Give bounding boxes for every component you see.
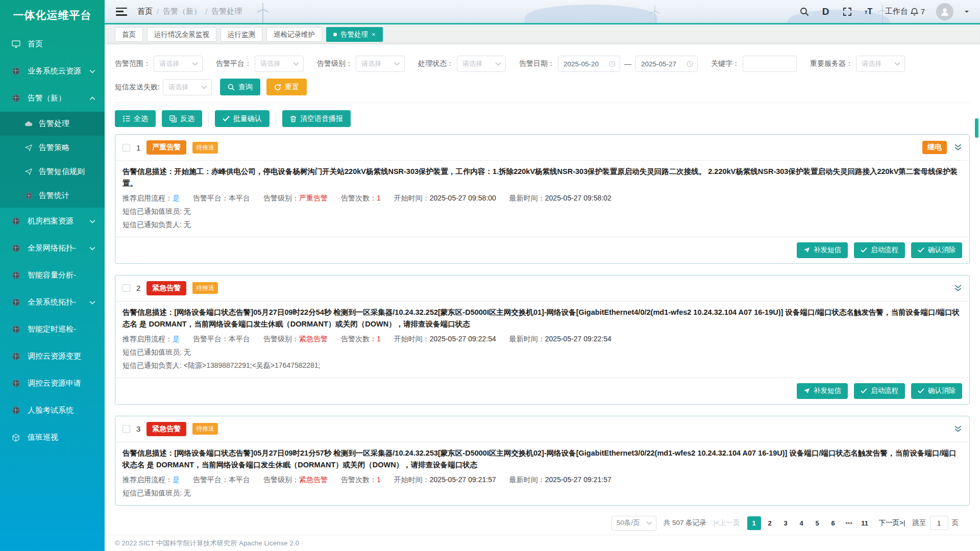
- bulk-toolbar: 全选 反选 批量确认 清空语音播报: [115, 103, 970, 134]
- date-from-input[interactable]: 2025-05-20: [558, 56, 620, 72]
- keyword-input[interactable]: [743, 56, 797, 72]
- sidebar-item-cloud-resource-apply[interactable]: 调控云资源申请: [0, 370, 105, 397]
- breadcrumb-alarm-new[interactable]: 告警（新）: [163, 7, 201, 16]
- sms-duty-row: 短信已通知值班员: 无: [122, 348, 962, 357]
- level-select[interactable]: 请选择: [356, 56, 405, 72]
- toolbar-divider: [276, 112, 276, 126]
- sidebar-item-capacity-analysis[interactable]: 智能容量分析-: [0, 262, 105, 289]
- page-2[interactable]: 2: [763, 516, 777, 530]
- bell-icon[interactable]: [911, 8, 918, 16]
- sphere-icon: [11, 325, 20, 334]
- expand-double-chevron-icon[interactable]: [954, 285, 962, 292]
- expand-double-chevron-icon[interactable]: [954, 144, 962, 151]
- expand-double-chevron-icon[interactable]: [954, 425, 962, 433]
- avatar[interactable]: [936, 3, 953, 20]
- next-page-button[interactable]: 下一页>|: [879, 518, 905, 528]
- sms-fail-select[interactable]: 请选择: [163, 79, 212, 95]
- page-3[interactable]: 3: [779, 516, 793, 530]
- search-button[interactable]: 查询: [220, 79, 260, 95]
- tab-run-monitor[interactable]: 运行监测: [220, 27, 262, 42]
- push-status-badge: 待推送: [192, 142, 218, 154]
- avatar-dropdown-caret[interactable]: [965, 11, 969, 15]
- clear-voice-broadcast-button[interactable]: 清空语音播报: [282, 110, 351, 127]
- page-5[interactable]: 5: [811, 516, 824, 530]
- start-flow-button[interactable]: 启动流程: [854, 242, 905, 258]
- search-icon[interactable]: [799, 7, 810, 17]
- sidebar-item-biz-cloud[interactable]: 业务系统云资源: [0, 58, 105, 85]
- workbench-link[interactable]: 工作台 7: [885, 7, 925, 16]
- tab-alarm-process[interactable]: 告警处理 ×: [326, 27, 383, 42]
- close-icon[interactable]: ×: [372, 31, 376, 38]
- chevron-down-icon: [192, 62, 198, 66]
- sidebar-item-scheduled-inspection[interactable]: 智能定时巡检-: [0, 316, 105, 343]
- page-jump: 跳至 页: [913, 516, 959, 530]
- sidebar-item-duty-patrol[interactable]: 值班巡视: [0, 424, 105, 451]
- sidebar-submenu-alarm: 告警处理 告警策略 告警短信规则 告警统计: [0, 112, 105, 208]
- sidebar-item-alarm-process[interactable]: 告警处理: [0, 112, 105, 136]
- alarm-card: 3 紧急告警 待推送 告警信息描述：[网络设备端口状态告警]05月27日09时2…: [115, 416, 970, 506]
- scope-select[interactable]: 请选择: [154, 56, 203, 72]
- sidebar-item-alarm-strategy[interactable]: 告警策略: [0, 136, 105, 160]
- sidebar-item-alarm-sms-rules[interactable]: 告警短信规则: [0, 160, 105, 184]
- page-size-select[interactable]: 50条/页: [611, 516, 656, 531]
- reset-button[interactable]: 重置: [266, 79, 307, 95]
- sidebar-item-system-topology[interactable]: 全景系统拓扑-: [0, 289, 105, 316]
- severity-badge: 紧急告警: [146, 422, 186, 436]
- tab-strip: 首页 运行情况全景监视 运行监测 巡检记录维护 告警处理 ×: [105, 24, 980, 44]
- jump-label-suffix: 页: [952, 518, 959, 528]
- prev-page-button[interactable]: |<上一页: [714, 518, 740, 528]
- resend-sms-button[interactable]: 补发短信: [797, 242, 848, 258]
- trash-icon: [290, 115, 297, 122]
- card-checkbox[interactable]: [122, 425, 130, 433]
- sidebar-item-label: 机房档案资源: [28, 216, 89, 226]
- invert-selection-button[interactable]: 反选: [162, 110, 202, 127]
- select-all-button[interactable]: 全选: [115, 110, 156, 127]
- card-checkbox[interactable]: [122, 144, 130, 152]
- sidebar-item-label: 告警（新）: [28, 93, 89, 103]
- status-select[interactable]: 请选择: [457, 56, 506, 72]
- tab-panorama-monitor[interactable]: 运行情况全景监视: [147, 27, 216, 42]
- count-value: 1: [377, 194, 381, 202]
- cloud-icon: [24, 120, 33, 128]
- filter-label-date: 告警日期：: [519, 59, 555, 68]
- check-icon: [861, 388, 867, 393]
- filter-label-server: 重要服务器：: [810, 59, 853, 68]
- server-select[interactable]: 请选择: [856, 56, 905, 72]
- filter-panel: 告警范围： 请选择 告警平台： 请选择 告警: [115, 44, 970, 99]
- chevron-down-icon: [89, 69, 95, 73]
- page-4[interactable]: 4: [795, 516, 808, 530]
- tab-inspection-records[interactable]: 巡检记录维护: [266, 27, 322, 42]
- sidebar-item-home[interactable]: 首页: [0, 31, 105, 58]
- filter-label-keyword: 关键字：: [711, 59, 740, 68]
- sidebar-item-network-topology[interactable]: 全景网络拓扑-: [0, 235, 105, 262]
- check-icon: [861, 247, 867, 253]
- card-checkbox[interactable]: [122, 284, 130, 292]
- sidebar-item-cloud-resource-change[interactable]: 调控云资源变更: [0, 343, 105, 370]
- sidebar-item-face-exam[interactable]: 人脸考试系统: [0, 397, 105, 424]
- confirm-clear-button[interactable]: 确认消除: [911, 383, 962, 399]
- tab-home[interactable]: 首页: [115, 27, 143, 42]
- jump-page-input[interactable]: [930, 516, 948, 530]
- page-ellipsis[interactable]: •••: [842, 516, 856, 530]
- platform-select[interactable]: 请选择: [255, 56, 304, 72]
- start-flow-button[interactable]: 启动流程: [854, 383, 905, 399]
- font-size-icon[interactable]: тT: [864, 7, 874, 17]
- sidebar-item-alarm-new[interactable]: 告警（新）: [0, 85, 105, 112]
- fullscreen-icon[interactable]: [842, 7, 852, 17]
- page-1[interactable]: 1: [747, 516, 761, 530]
- page-6[interactable]: 6: [826, 516, 840, 530]
- batch-confirm-button[interactable]: 批量确认: [215, 110, 270, 127]
- page-11[interactable]: 11: [858, 516, 872, 530]
- breadcrumb-home[interactable]: 首页: [137, 7, 153, 16]
- sidebar-item-room-archive[interactable]: 机房档案资源: [0, 208, 105, 235]
- sidebar-item-label: 调控云资源变更: [28, 352, 95, 361]
- chevron-down-icon: [394, 62, 400, 66]
- resend-sms-button[interactable]: 补发短信: [797, 383, 848, 399]
- docs-icon[interactable]: D: [821, 7, 831, 17]
- date-to-input[interactable]: 2025-05-27: [635, 56, 698, 72]
- sidebar-item-alarm-stats[interactable]: 告警统计: [0, 184, 105, 208]
- menu-collapse-icon[interactable]: [116, 8, 127, 16]
- toolbar-divider: [208, 112, 209, 126]
- confirm-clear-button[interactable]: 确认消除: [911, 242, 962, 258]
- scrollbar-thumb[interactable]: [975, 118, 978, 138]
